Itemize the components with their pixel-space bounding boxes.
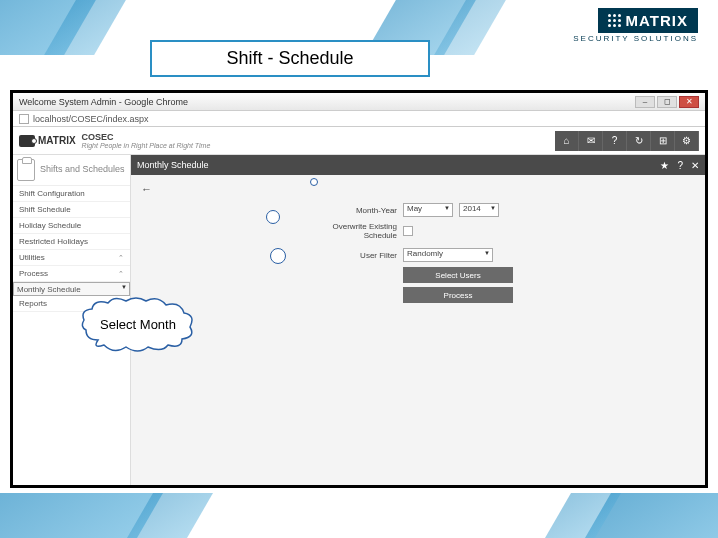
- clipboard-icon: [17, 159, 35, 181]
- sidebar-item[interactable]: Shift Schedule: [13, 202, 130, 218]
- overwrite-label: Overwrite Existing Schedule: [297, 222, 397, 240]
- mail-icon[interactable]: ✉: [579, 131, 603, 151]
- callout-bubble: [266, 210, 280, 224]
- callout-cloud: Select Month: [78, 295, 198, 355]
- year-select[interactable]: 2014: [459, 203, 499, 217]
- panel-help-icon[interactable]: ?: [677, 160, 683, 171]
- callout-text: Select Month: [100, 318, 176, 332]
- sidebar-item[interactable]: Process⌃: [13, 266, 130, 282]
- help-icon[interactable]: ?: [603, 131, 627, 151]
- address-bar[interactable]: localhost/COSEC/index.aspx: [13, 111, 705, 127]
- window-titlebar: Welcome System Admin - Google Chrome – ◻…: [13, 93, 705, 111]
- sidebar-heading: Shifts and Schedules: [40, 165, 125, 175]
- callout-bubble: [270, 248, 286, 264]
- top-nav-icons: ⌂ ✉ ? ↻ ⊞ ⚙: [555, 131, 699, 151]
- window-title: Welcome System Admin - Google Chrome: [19, 97, 188, 107]
- overwrite-checkbox[interactable]: [403, 226, 413, 236]
- sidebar-item[interactable]: Monthly Schedule: [13, 282, 130, 296]
- close-button[interactable]: ✕: [679, 96, 699, 108]
- home-icon[interactable]: ⌂: [555, 131, 579, 151]
- brand-logo: MATRIX: [598, 8, 698, 33]
- maximize-button[interactable]: ◻: [657, 96, 677, 108]
- filter-label: User Filter: [297, 251, 397, 260]
- month-select[interactable]: May: [403, 203, 453, 217]
- sidebar-item[interactable]: Utilities⌃: [13, 250, 130, 266]
- month-year-label: Month-Year: [297, 206, 397, 215]
- refresh-icon[interactable]: ↻: [627, 131, 651, 151]
- product-name: COSEC: [82, 132, 211, 142]
- sidebar-item[interactable]: Shift Configuration: [13, 186, 130, 202]
- page-icon: [19, 114, 29, 124]
- slide-title: Shift - Schedule: [150, 40, 430, 77]
- app-window: Welcome System Admin - Google Chrome – ◻…: [10, 90, 708, 488]
- favorite-icon[interactable]: ★: [660, 160, 669, 171]
- url-text: localhost/COSEC/index.aspx: [33, 114, 149, 124]
- process-button[interactable]: Process: [403, 287, 513, 303]
- main-panel: Monthly Schedule ★ ? ✕ ← Month-Year May …: [131, 155, 705, 485]
- sidebar-item[interactable]: Restricted Holidays: [13, 234, 130, 250]
- product-tagline: Right People in Right Place at Right Tim…: [82, 142, 211, 149]
- panel-close-icon[interactable]: ✕: [691, 160, 699, 171]
- back-button[interactable]: ←: [137, 181, 699, 197]
- minimize-button[interactable]: –: [635, 96, 655, 108]
- brand-tagline: SECURITY SOLUTIONS: [573, 34, 698, 43]
- app-header: MATRIX COSEC Right People in Right Place…: [13, 127, 705, 155]
- grid-icon[interactable]: ⊞: [651, 131, 675, 151]
- filter-select[interactable]: Randomly: [403, 248, 493, 262]
- select-users-button[interactable]: Select Users: [403, 267, 513, 283]
- callout-bubble: [310, 178, 318, 186]
- gear-icon[interactable]: ⚙: [675, 131, 699, 151]
- page-title: Monthly Schedule: [137, 160, 209, 170]
- app-logo: MATRIX: [19, 135, 76, 147]
- sidebar-item[interactable]: Holiday Schedule: [13, 218, 130, 234]
